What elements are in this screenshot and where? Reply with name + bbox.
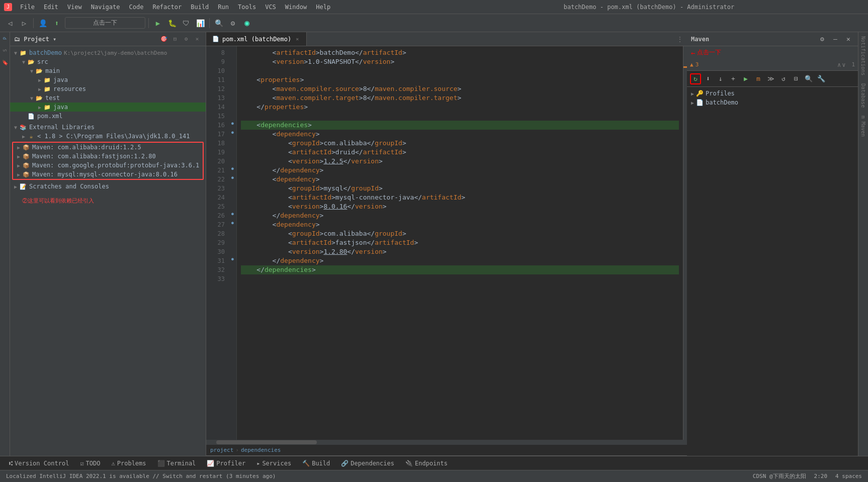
scrollbar-thumb[interactable] xyxy=(216,440,317,444)
endpoints-btn[interactable]: 🔌 Endpoints xyxy=(400,459,453,468)
update-icon[interactable]: ⬆ xyxy=(51,17,63,29)
notifications-icon[interactable]: Notifications xyxy=(859,34,867,77)
status-message-item[interactable]: Localized IntelliJ IDEA 2022.1 is availa… xyxy=(4,472,278,480)
tree-label-druid: Maven: com.alibaba:druid:1.2.5 xyxy=(32,144,141,151)
maven-refresh-btn[interactable]: ↻ xyxy=(690,73,701,84)
database-icon[interactable]: Database xyxy=(859,81,867,110)
tree-label-main: main xyxy=(45,67,60,74)
maven-download-docs-btn[interactable]: ↓ xyxy=(715,73,726,84)
maven-search-btn[interactable]: 🔍 xyxy=(803,73,814,84)
menu-window[interactable]: Window xyxy=(281,3,311,12)
breadcrumb-dependencies[interactable]: dependencies xyxy=(241,447,281,453)
options-icon[interactable]: ⚙ xyxy=(182,35,191,44)
back-button[interactable]: ◁ xyxy=(4,17,16,29)
tree-item-java-test[interactable]: ▶ 📁 java xyxy=(10,103,206,112)
settings-button[interactable]: ⚙ xyxy=(227,17,239,29)
tree-item-ext-libs[interactable]: ▼ 📚 External Libraries xyxy=(10,123,206,132)
tree-item-java-main[interactable]: ▶ 📁 java xyxy=(10,75,206,84)
tree-item-src[interactable]: ▼ 📂 src xyxy=(10,57,206,66)
collapse-all-icon[interactable]: ⊟ xyxy=(170,35,180,44)
tree-item-protobuf[interactable]: ▶ 📦 Maven: com.google.protobuf:protobuf-… xyxy=(13,161,203,170)
menu-navigate[interactable]: Navigate xyxy=(87,3,124,12)
menu-help[interactable]: Help xyxy=(312,3,334,12)
code-editor[interactable]: <artifactId>batchDemo</artifactId> <vers… xyxy=(237,46,683,440)
tree-item-test[interactable]: ▼ 📂 test xyxy=(10,93,206,103)
user-icon[interactable]: 👤 xyxy=(37,17,49,29)
menu-code[interactable]: Code xyxy=(125,3,148,12)
maven-download-btn[interactable]: ⬇ xyxy=(703,73,714,84)
maven-config-btn[interactable]: 🔧 xyxy=(816,73,827,84)
maven-side-icon[interactable]: m Maven xyxy=(859,114,867,139)
tab-pom-xml[interactable]: 📄 pom.xml (batchDemo) ✕ xyxy=(206,32,307,46)
maven-m-btn[interactable]: m xyxy=(753,73,764,84)
menu-view[interactable]: View xyxy=(63,3,86,12)
libraries-highlight-box: ▶ 📦 Maven: com.alibaba:druid:1.2.5 ▶ 📦 M… xyxy=(12,142,204,180)
warning-up-icon[interactable]: ∧ xyxy=(837,61,841,68)
maven-hide-btn[interactable]: — xyxy=(830,34,841,45)
terminal-icon: ⬛ xyxy=(157,460,165,467)
menu-vcs[interactable]: VCS xyxy=(261,3,280,12)
tree-item-scratches[interactable]: ▶ 📝 Scratches and Consoles xyxy=(10,182,206,191)
menu-refactor[interactable]: Refactor xyxy=(148,3,186,12)
maven-run-btn[interactable]: ▶ xyxy=(740,73,751,84)
menu-tools[interactable]: Tools xyxy=(234,3,260,12)
tree-item-main[interactable]: ▼ 📂 main xyxy=(10,66,206,75)
tree-item-resources[interactable]: ▶ 📁 resources xyxy=(10,84,206,93)
mysql-arrow: ▶ xyxy=(15,172,22,177)
terminal-btn[interactable]: ⬛ Terminal xyxy=(152,459,201,468)
tree-item-pom[interactable]: 📄 pom.xml xyxy=(10,112,206,121)
dependencies-btn[interactable]: 🔗 Dependencies xyxy=(336,459,399,468)
line-num-30: 30 xyxy=(206,247,225,256)
breadcrumb-project[interactable]: project xyxy=(210,447,233,453)
menu-file[interactable]: File xyxy=(16,3,39,12)
maven-update-btn[interactable]: ↺ xyxy=(778,73,789,84)
tree-item-batchdemo[interactable]: ▼ 📁 batchDemo K:\project2\jamy-demo\batc… xyxy=(10,48,206,57)
problems-btn[interactable]: ⚠ Problems xyxy=(107,459,151,468)
forward-button[interactable]: ▷ xyxy=(18,17,30,29)
todo-btn[interactable]: ☑ TODO xyxy=(75,459,105,468)
status-position[interactable]: CDSN @下雨天的太阳 xyxy=(751,471,808,481)
tab-settings-icon[interactable]: ⋮ xyxy=(677,36,683,43)
code-line-21: </dependency> xyxy=(241,166,679,175)
menu-build[interactable]: Build xyxy=(187,3,213,12)
plugins-button[interactable]: ◉ xyxy=(241,17,253,29)
maven-add-btn[interactable]: + xyxy=(728,73,739,84)
build-btn[interactable]: 🔨 Build xyxy=(297,459,335,468)
horizontal-scrollbar[interactable] xyxy=(206,440,687,445)
tree-item-druid[interactable]: ▶ 📦 Maven: com.alibaba:druid:1.2.5 xyxy=(13,143,203,152)
status-time[interactable]: 2:20 xyxy=(812,472,830,480)
debug-button[interactable]: 🐛 xyxy=(166,17,178,29)
tree-item-jdk[interactable]: ▶ ☕ < 1.8 > C:\Program Files\Java\jdk1.8… xyxy=(10,132,206,141)
line-num-12: 12 xyxy=(206,84,225,93)
play-button[interactable]: ▶ xyxy=(152,17,164,29)
maven-settings-btn[interactable]: ⚙ xyxy=(817,34,828,45)
menu-edit[interactable]: Edit xyxy=(40,3,62,12)
close-panel-icon[interactable]: ✕ xyxy=(193,35,202,44)
status-encoding[interactable]: 4 spaces xyxy=(833,472,864,480)
run-configuration[interactable]: 点击一下 xyxy=(65,17,145,29)
services-btn[interactable]: ▸ Services xyxy=(251,459,296,468)
maven-collapse-btn[interactable]: ⊟ xyxy=(791,73,802,84)
tree-label-mysql: Maven: mysql:mysql-connector-java:8.0.16 xyxy=(32,171,178,178)
maven-close-btn[interactable]: ✕ xyxy=(843,34,854,45)
profile-button[interactable]: 📊 xyxy=(194,17,206,29)
tree-item-mysql[interactable]: ▶ 📦 Maven: mysql:mysql-connector-java:8.… xyxy=(13,170,203,179)
maven-skip-btn[interactable]: ≫ xyxy=(765,73,776,84)
tab-close-button[interactable]: ✕ xyxy=(294,36,300,42)
bookmark-icon[interactable]: 🔖 xyxy=(1,58,9,66)
profiler-btn[interactable]: 📈 Profiler xyxy=(202,459,250,468)
code-line-27: <dependency> xyxy=(241,220,679,229)
warning-down-icon[interactable]: ∨ xyxy=(842,61,845,68)
version-control-btn[interactable]: ⑆ Version Control xyxy=(4,459,74,468)
tree-item-fastjson[interactable]: ▶ 📦 Maven: com.alibaba:fastjson:1.2.80 xyxy=(13,152,203,161)
locate-icon[interactable]: 🎯 xyxy=(159,35,168,44)
maven-toolbar: ↻ ⬇ ↓ + ▶ m ≫ ↺ ⊟ 🔍 🔧 xyxy=(687,71,858,87)
run-with-coverage[interactable]: 🛡 xyxy=(180,17,192,29)
line-num-31: 31 xyxy=(206,256,225,265)
maven-profiles-item[interactable]: ▶ 🔑 Profiles xyxy=(687,89,858,98)
search-everywhere[interactable]: 🔍 xyxy=(213,17,225,29)
project-icon[interactable]: P xyxy=(1,34,9,42)
menu-run[interactable]: Run xyxy=(214,3,233,12)
maven-project-item[interactable]: ▶ 📄 batchDemo xyxy=(687,98,858,107)
structure-icon[interactable]: S xyxy=(1,46,9,54)
